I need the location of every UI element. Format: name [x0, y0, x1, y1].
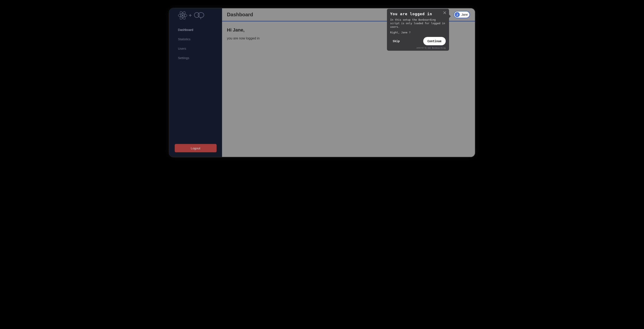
sidebar-item-statistics[interactable]: Statistics — [169, 35, 222, 44]
onboarding-tooltip: You are logged in In this setup the Bonb… — [387, 9, 449, 51]
bonboarding-icon — [428, 47, 431, 49]
sidebar: + Dashboard Statistics Users Settings Lo… — [169, 8, 222, 157]
skip-button[interactable]: Skip — [390, 38, 402, 45]
react-icon — [178, 11, 187, 20]
lightbulb-icon — [194, 12, 206, 20]
main-area: Dashboard J Jane Hi Jane, you are now lo… — [222, 8, 475, 157]
powered-by-brand: Bonboarding — [432, 47, 446, 49]
powered-by: powered by Bonboarding — [390, 47, 446, 49]
tooltip-body: In this setup the Bonboarding script is … — [390, 18, 446, 29]
tooltip-body-secondary: Right, Jane ? — [390, 31, 446, 34]
sidebar-item-users[interactable]: Users — [169, 44, 222, 53]
svg-point-0 — [182, 15, 184, 16]
sidebar-nav: Dashboard Statistics Users Settings — [169, 23, 222, 63]
app-window: + Dashboard Statistics Users Settings Lo… — [169, 8, 475, 157]
logout-button[interactable]: Logout — [175, 144, 216, 152]
svg-point-8 — [428, 47, 429, 49]
plus-icon: + — [189, 13, 192, 18]
sidebar-item-dashboard[interactable]: Dashboard — [169, 25, 222, 35]
sidebar-item-settings[interactable]: Settings — [169, 53, 222, 63]
tooltip-actions: Skip Continue — [390, 37, 446, 45]
close-icon[interactable] — [443, 11, 446, 15]
continue-button[interactable]: Continue — [423, 37, 446, 45]
tooltip-title: You are logged in — [390, 12, 446, 16]
powered-by-label: powered by — [416, 47, 426, 49]
svg-point-5 — [198, 13, 204, 18]
user-chip[interactable]: J Jane — [454, 11, 470, 18]
user-name: Jane — [461, 13, 468, 16]
avatar: J — [455, 12, 460, 17]
sidebar-logo: + — [169, 11, 222, 23]
svg-point-9 — [429, 47, 431, 49]
